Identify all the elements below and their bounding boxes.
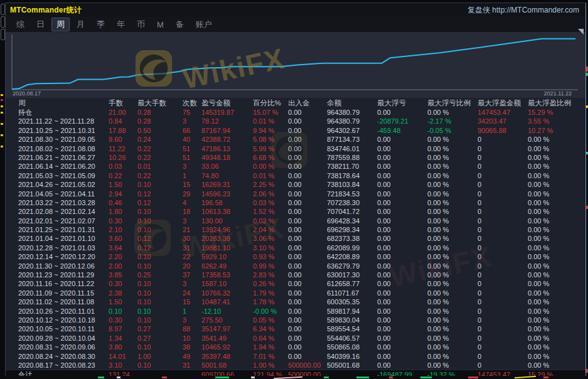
cell-period: 2021.10.25 ~ 2021.10.31 xyxy=(6,126,109,135)
cell-pl-amount: 130.00 xyxy=(201,216,253,225)
table-row[interactable]: 2020.10.12 ~ 2020.10.180.300.103275.500.… xyxy=(6,316,585,324)
cell-deposit-withdrawal: 0.00 xyxy=(288,289,327,297)
cell-balance: 964380.79 xyxy=(327,108,377,117)
tab-7[interactable]: M xyxy=(152,19,169,31)
tab-2[interactable]: 周 xyxy=(51,18,70,31)
cell-deposit-withdrawal: 0.00 xyxy=(288,270,327,279)
cell-percent: 0.01 % xyxy=(253,171,288,180)
table-row[interactable]: 2021.04.26 ~ 2021.05.021.500.101516269.3… xyxy=(6,180,585,189)
cell-max-lots: 0.10 xyxy=(137,289,183,297)
table-row[interactable]: 2020.12.28 ~ 2021.01.033.640.123119881.1… xyxy=(6,243,585,252)
table-row[interactable]: 2021.02.08 ~ 2021.02.141.800.101810613.3… xyxy=(6,207,585,216)
tab-6[interactable]: 币 xyxy=(132,18,150,31)
cell-max-float-profit-pct: 0.00 % xyxy=(528,207,585,216)
cell-balance: 738178.64 xyxy=(327,171,377,180)
cell-max-float-loss-pct: 0.00 % xyxy=(427,162,478,171)
table-row[interactable]: 2020.11.09 ~ 2020.11.152.380.102410766.3… xyxy=(6,289,585,297)
cell-max-lots: 0.10 xyxy=(137,262,183,270)
column-header-max-float-profit-pct[interactable]: 最大浮盈比例 xyxy=(528,98,585,108)
table-row[interactable]: 2021.08.02 ~ 2021.08.0811.220.225147186.… xyxy=(6,144,585,153)
cell-pl-amount: 20283.39 xyxy=(201,234,253,243)
column-header-max-lots[interactable]: 最大手数 xyxy=(137,98,183,108)
table-row[interactable]: 2020.10.05 ~ 2020.10.118.970.278835147.9… xyxy=(6,324,585,333)
table-row[interactable]: 2020.10.26 ~ 2020.11.010.100.101-12.10-0… xyxy=(6,307,585,316)
table-row[interactable]: 2020.11.23 ~ 2020.11.293.850.253717358.5… xyxy=(6,270,585,279)
cell-deposit-withdrawal: 0.00 xyxy=(288,135,327,144)
cell-max-float-profit-pct: 10.27 % xyxy=(528,126,585,135)
table-row[interactable]: 2021.02.01 ~ 2021.02.070.300.103130.000.… xyxy=(6,216,585,225)
cell-percent: 0.05 % xyxy=(253,316,288,324)
table-row[interactable]: 2020.08.17 ~ 2020.08.233.100.10315001.68… xyxy=(6,361,585,370)
tab-0[interactable]: 综 xyxy=(11,18,29,31)
brand-link[interactable]: 复盘侠 http://MTCommander.com xyxy=(468,5,579,16)
cell-max-float-profit: 0 xyxy=(478,352,528,361)
cell-max-float-loss-pct: 0.00 % xyxy=(427,297,478,306)
cell-max-float-profit-pct: 0.00 % xyxy=(528,334,585,343)
table-row[interactable]: 2021.08.30 ~ 2021.09.059.600.244042388.7… xyxy=(6,135,585,144)
cell-pl-amount: 10766.32 xyxy=(201,289,253,297)
cell-max-float-loss: 0.00 xyxy=(377,334,427,343)
tab-1[interactable]: 日 xyxy=(31,18,50,31)
cell-balance: 707238.30 xyxy=(327,198,377,207)
cell-max-float-profit: 0 xyxy=(478,324,528,333)
column-header-deposit-withdrawal[interactable]: 出入金 xyxy=(288,98,327,108)
column-header-lots[interactable]: 手数 xyxy=(109,98,137,108)
table-row[interactable]: 2020.09.28 ~ 2020.10.041.340.27103541.49… xyxy=(6,334,585,343)
cell-max-float-loss-pct: 0.00 % xyxy=(427,144,478,153)
cell-max-float-loss-pct: -2.17 % xyxy=(427,117,478,125)
tab-3[interactable]: 月 xyxy=(72,18,90,31)
table-row[interactable]: 2021.04.05 ~ 2021.04.112.940.122914596.2… xyxy=(6,190,585,198)
table-row[interactable]: 2021.01.04 ~ 2021.01.103.600.123020283.3… xyxy=(6,234,585,243)
column-header-pl-amount[interactable]: 盈亏金额 xyxy=(201,98,253,108)
table-row[interactable]: 2020.11.02 ~ 2020.11.081.500.101510487.4… xyxy=(6,297,585,306)
cell-deposit-withdrawal: 0.00 xyxy=(288,316,327,324)
column-header-percent[interactable]: 百分比% xyxy=(253,98,288,108)
table-row[interactable]: 持仓21.000.2875145319.8715.07 %0.00964380.… xyxy=(6,108,585,117)
tab-5[interactable]: 年 xyxy=(112,18,130,31)
tab-9[interactable]: 账户 xyxy=(191,18,217,31)
cell-lots: 2.38 xyxy=(109,289,137,297)
table-row[interactable]: 2020.12.14 ~ 2020.12.202.200.10225929.10… xyxy=(6,252,585,261)
cell-percent: 6.34 % xyxy=(253,324,288,333)
table-row[interactable]: 2021.06.14 ~ 2021.06.200.030.01333.060.0… xyxy=(6,162,585,171)
column-header-max-float-profit[interactable]: 最大浮盈金额 xyxy=(478,98,528,108)
column-header-max-float-loss[interactable]: 最大浮亏 xyxy=(377,98,427,108)
table-row[interactable]: 2021.10.25 ~ 2021.10.3117.880.506687167.… xyxy=(6,126,585,135)
table-row[interactable]: 2021.06.21 ~ 2021.06.2710.260.225149348.… xyxy=(6,153,585,162)
table-row[interactable]: 2020.11.30 ~ 2020.12.062.000.10206262.49… xyxy=(6,262,585,270)
column-header-max-float-loss-pct[interactable]: 最大浮亏比例 xyxy=(427,98,478,108)
table-row[interactable]: 2021.05.03 ~ 2021.05.090.220.22174.800.0… xyxy=(6,171,585,180)
cell-max-float-profit: 0 xyxy=(478,279,528,288)
cell-balance: 505001.68 xyxy=(327,361,377,370)
cell-max-float-profit-pct: 0.00 % xyxy=(528,180,585,189)
cell-period: 2020.09.28 ~ 2020.10.04 xyxy=(6,334,109,343)
cell-count: 21 xyxy=(183,225,201,234)
cell-period: 2021.08.30 ~ 2021.09.05 xyxy=(6,135,109,144)
cell-balance: 707041.72 xyxy=(327,207,377,216)
cell-pl-amount: 33.06 xyxy=(201,162,253,171)
table-row[interactable]: 2020.11.16 ~ 2020.11.220.300.1031587.100… xyxy=(6,279,585,288)
table-row[interactable]: 2020.08.31 ~ 2020.09.063.800.103810465.9… xyxy=(6,343,585,351)
tab-8[interactable]: 备 xyxy=(171,18,189,31)
column-header-balance[interactable]: 余额 xyxy=(327,98,377,108)
column-header-period[interactable]: 周 xyxy=(6,98,109,108)
column-header-count[interactable]: 次数 xyxy=(183,98,201,108)
cell-max-float-profit: 34203.47 xyxy=(478,117,528,125)
cell-count: 1 xyxy=(183,171,201,180)
cell-pl-amount: 10613.38 xyxy=(201,207,253,216)
cell-percent: 6.68 % xyxy=(253,153,288,162)
cell-count: 1 xyxy=(183,307,201,316)
tab-4[interactable]: 季 xyxy=(92,18,110,31)
cell-lots: 9.60 xyxy=(109,135,137,144)
cell-lots: 0.03 xyxy=(109,162,137,171)
table-row[interactable]: 2021.03.22 ~ 2021.03.280.460.124196.580.… xyxy=(6,198,585,207)
resize-handle-icon[interactable] xyxy=(578,29,584,35)
cell-period: 2021.04.26 ~ 2021.05.02 xyxy=(6,180,109,189)
cell-deposit-withdrawal: 0.00 xyxy=(288,126,327,135)
cell-lots: 21.00 xyxy=(109,108,137,117)
table-row[interactable]: 2021.11.22 ~ 2021.11.280.840.28378.120.0… xyxy=(6,117,585,125)
table-row[interactable]: 2021.01.25 ~ 2021.01.312.100.102113924.9… xyxy=(6,225,585,234)
cell-max-float-loss-pct: 0.00 % xyxy=(427,252,478,261)
table-row[interactable]: 2020.08.24 ~ 2020.08.3014.011.004935397.… xyxy=(6,352,585,361)
cell-max-float-profit: 0 xyxy=(478,198,528,207)
